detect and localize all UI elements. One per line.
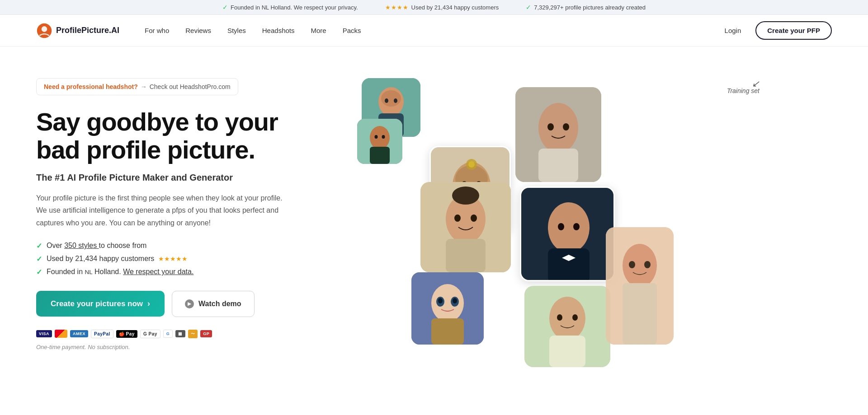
mosaic-photo-5 — [520, 187, 615, 281]
svg-point-9 — [370, 126, 390, 149]
svg-point-4 — [381, 90, 401, 107]
payment-other-2: 〜 — [188, 330, 198, 338]
top-bar: ✓ Founded in NL Holland. We respect your… — [0, 0, 868, 15]
watch-demo-label: Watch demo — [198, 300, 241, 308]
hero-right: Training set — [353, 69, 832, 381]
check-icon-1: ✓ — [222, 4, 228, 11]
amex-icon: AMEX — [70, 330, 88, 337]
create-pictures-button[interactable]: Create your pictures now › — [36, 291, 165, 317]
svg-point-47 — [557, 314, 562, 321]
svg-point-34 — [454, 214, 461, 222]
svg-rect-39 — [431, 318, 464, 345]
nav-item-forwho[interactable]: For who — [137, 27, 176, 35]
logo-icon — [36, 23, 52, 39]
arrow-icon: › — [147, 299, 150, 308]
svg-point-11 — [375, 135, 378, 139]
svg-point-53 — [644, 261, 651, 268]
logo[interactable]: ProfilePicture.AI — [36, 23, 119, 39]
headline-line1: Say goodbye to your — [36, 107, 278, 136]
payment-other-1: ▦ — [175, 330, 185, 337]
nav-item-more[interactable]: More — [304, 27, 334, 35]
mosaic-photo-9 — [606, 227, 674, 345]
svg-point-36 — [452, 187, 479, 205]
mosaic-photo-2 — [357, 119, 402, 164]
hero-left: Need a professional headshot? → Check ou… — [36, 69, 335, 381]
watch-demo-button[interactable]: ▶ Watch demo — [172, 291, 255, 317]
svg-rect-10 — [370, 147, 390, 164]
stars-icon: ★★★★ — [385, 4, 409, 11]
create-pictures-label: Create your pictures now — [51, 299, 143, 308]
face-svg-6 — [420, 182, 511, 272]
topbar-text-2: Used by 21,434 happy customers — [411, 4, 499, 11]
google-icon: G — [163, 330, 173, 338]
face-svg-2 — [357, 119, 402, 164]
svg-point-6 — [385, 98, 388, 103]
svg-point-52 — [629, 261, 635, 268]
svg-rect-23 — [538, 149, 578, 182]
nav-item-headshots[interactable]: Headshots — [255, 27, 302, 35]
hero-subtitle: The #1 AI Profile Picture Maker and Gene… — [36, 173, 335, 183]
login-button[interactable]: Login — [717, 23, 749, 38]
notice-arrow: → — [141, 83, 147, 90]
feature-stars: ★★★★★ — [158, 255, 188, 262]
create-pfp-button[interactable]: Create your PFP — [755, 21, 832, 40]
mosaic-photo-8 — [524, 286, 610, 367]
payment-other-3: GP — [200, 330, 212, 337]
svg-point-48 — [572, 314, 578, 321]
play-icon: ▶ — [185, 299, 194, 308]
image-mosaic: ↓ — [353, 69, 832, 358]
paypal-icon: PayPal — [91, 330, 113, 338]
headline-line2: bad profile picture. — [36, 135, 255, 164]
svg-point-29 — [558, 223, 564, 230]
navbar: ProfilePicture.AI For who Reviews Styles… — [0, 15, 868, 47]
nav-item-styles[interactable]: Styles — [220, 27, 253, 35]
svg-point-45 — [549, 297, 585, 340]
topbar-item-2: ★★★★ Used by 21,434 happy customers — [385, 4, 499, 11]
features-list: ✓ Over 350 styles to choose from ✓ Used … — [36, 242, 335, 276]
topbar-item-1: ✓ Founded in NL Holland. We respect your… — [222, 4, 358, 11]
feature-item-1: ✓ Over 350 styles to choose from — [36, 242, 335, 250]
face-svg-5 — [521, 188, 615, 281]
nav-item-packs[interactable]: Packs — [335, 27, 368, 35]
svg-point-43 — [453, 298, 457, 303]
hero-section: Need a professional headshot? → Check ou… — [0, 47, 868, 399]
nav-right: Login Create your PFP — [717, 21, 832, 40]
check-icon-feature2: ✓ — [36, 255, 42, 263]
google-pay-icon: G Pay — [140, 330, 160, 338]
svg-point-12 — [382, 135, 385, 139]
svg-point-7 — [394, 98, 397, 103]
one-time-note: One-time payment. No subscription. — [36, 344, 335, 350]
apple-pay-icon: 🍎 Pay — [116, 330, 137, 338]
svg-point-27 — [548, 202, 590, 253]
feature-item-2: ✓ Used by 21,434 happy customers ★★★★★ — [36, 255, 335, 263]
svg-point-24 — [547, 123, 554, 131]
svg-point-50 — [623, 244, 657, 287]
face-svg-4 — [515, 87, 601, 182]
logo-text: ProfilePicture.AI — [56, 26, 119, 35]
styles-link[interactable]: 350 styles — [64, 242, 99, 249]
face-svg-9 — [606, 227, 674, 345]
topbar-text-1: Founded in NL Holland. We respect your p… — [231, 4, 358, 11]
mosaic-photo-6 — [420, 182, 511, 272]
notice-text: Check out HeadshotPro.com — [150, 83, 231, 90]
nav-links: For who Reviews Styles Headshots More Pa… — [137, 27, 717, 35]
mosaic-photo-4 — [515, 87, 601, 182]
svg-rect-28 — [548, 248, 590, 281]
svg-point-22 — [538, 103, 578, 153]
privacy-link[interactable]: We respect your data. — [123, 268, 193, 275]
visa-icon: VISA — [36, 330, 52, 337]
face-svg-8 — [524, 286, 610, 367]
svg-rect-51 — [623, 283, 657, 345]
notice-link[interactable]: Need a professional headshot? — [44, 83, 138, 90]
hero-description: Your profile picture is the first thing … — [36, 192, 289, 229]
payment-icons-row: VISA AMEX PayPal 🍎 Pay G Pay G ▦ 〜 GP — [36, 330, 335, 338]
svg-point-35 — [471, 214, 477, 222]
nav-item-reviews[interactable]: Reviews — [178, 27, 218, 35]
mastercard-icon — [55, 330, 67, 338]
svg-point-20 — [468, 161, 475, 168]
svg-point-38 — [431, 284, 464, 322]
check-icon-2: ✓ — [526, 4, 531, 11]
svg-rect-33 — [446, 239, 486, 272]
face-svg-7 — [411, 272, 484, 345]
svg-point-30 — [573, 223, 580, 230]
